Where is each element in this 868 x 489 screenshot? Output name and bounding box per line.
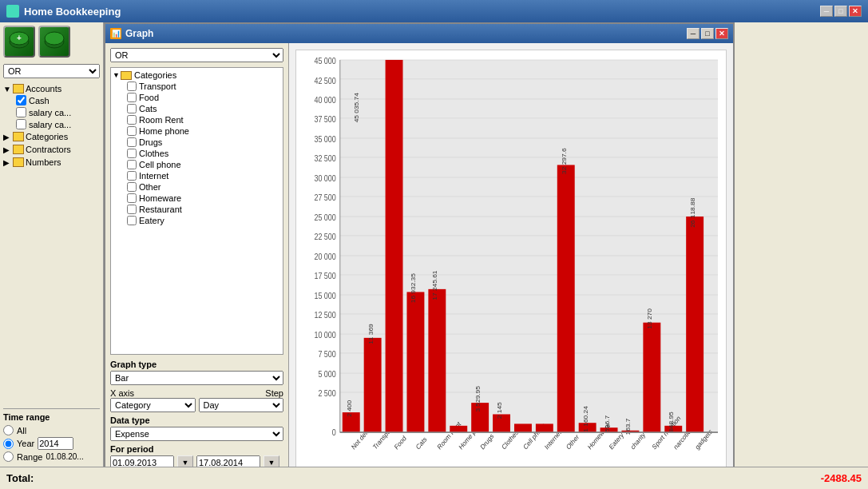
salary1-item[interactable]: salary ca... — [16, 106, 100, 118]
cat-homeware-cb[interactable] — [127, 193, 137, 203]
svg-text:32 297.6: 32 297.6 — [561, 148, 567, 174]
dialog-filter-row: OR — [110, 48, 283, 62]
cat-other[interactable]: Other — [127, 181, 281, 193]
date-to-input[interactable] — [196, 455, 260, 467]
svg-rect-59 — [450, 426, 467, 432]
app-icon — [6, 5, 19, 18]
dialog-maximize-btn[interactable]: □ — [701, 28, 714, 39]
app-close-btn[interactable]: ✕ — [849, 6, 862, 17]
cat-cell-phone[interactable]: Cell phone — [127, 159, 281, 170]
salary2-item[interactable]: salary ca... — [16, 118, 100, 130]
data-type-select[interactable]: Expense — [110, 427, 283, 441]
cat-homeware-label: Homeware — [139, 193, 181, 203]
period-row: For period ▼ ▼ — [110, 444, 283, 467]
numbers-arrow: ▶ — [3, 158, 13, 167]
dialog-filter-select[interactable]: OR — [110, 48, 283, 62]
numbers-label: Numbers — [26, 157, 61, 167]
sidebar-accounts-item[interactable]: ▼ Accounts — [3, 83, 100, 94]
cat-restaurant[interactable]: Restaurant — [127, 204, 281, 215]
date-to-btn[interactable]: ▼ — [264, 455, 279, 467]
cat-clothes-label: Clothes — [139, 149, 168, 158]
year-radio[interactable] — [3, 439, 14, 449]
all-radio[interactable] — [3, 425, 14, 435]
cat-restaurant-label: Restaurant — [139, 205, 182, 214]
cat-food-cb[interactable] — [127, 93, 137, 102]
dialog-minimize-btn[interactable]: ─ — [687, 28, 700, 39]
category-folder-icon — [121, 71, 132, 80]
cat-restaurant-cb[interactable] — [127, 205, 137, 214]
data-type-row: Data type Expense — [110, 415, 283, 441]
svg-text:42 500: 42 500 — [314, 76, 336, 85]
sidebar-filter-select[interactable]: OR — [3, 64, 100, 78]
date-from-btn[interactable]: ▼ — [177, 455, 193, 467]
category-root[interactable]: ▼ Categories — [113, 70, 281, 81]
cash-label: Cash — [29, 96, 50, 105]
cat-internet-cb[interactable] — [127, 171, 137, 181]
category-root-label: Categories — [134, 70, 176, 80]
cat-transport-cb[interactable] — [127, 82, 137, 91]
sidebar-contractors-item[interactable]: ▶ Contractors — [3, 143, 100, 156]
add-account-icon[interactable]: + — [3, 26, 35, 58]
cat-room-rent[interactable]: Room Rent — [127, 114, 281, 125]
dialog-controls: ─ □ ✕ — [687, 28, 728, 39]
time-range-panel: Time range All Year Range 01.08.20... — [3, 408, 100, 463]
svg-text:25 000: 25 000 — [314, 213, 336, 222]
cat-food[interactable]: Food — [127, 92, 281, 103]
svg-text:11 369: 11 369 — [367, 324, 374, 344]
accounts-icon[interactable] — [38, 26, 70, 58]
sidebar-categories-item[interactable]: ▶ Categories — [3, 130, 100, 143]
cat-cats[interactable]: Cats — [127, 103, 281, 114]
graph-type-select[interactable]: Bar — [110, 371, 283, 385]
range-label: Range — [17, 452, 42, 462]
total-label: Total: — [6, 472, 34, 484]
graph-dialog: 📊 Graph ─ □ ✕ OR — [104, 22, 735, 467]
cat-transport[interactable]: Transport — [127, 81, 281, 92]
cash-item[interactable]: Cash — [16, 94, 100, 106]
numbers-folder-icon — [13, 157, 24, 167]
svg-text:charity: charity — [629, 431, 647, 451]
cat-room-rent-cb[interactable] — [127, 115, 137, 125]
cat-internet[interactable]: Internet — [127, 170, 281, 181]
cat-clothes-cb[interactable] — [127, 149, 137, 158]
step-select[interactable]: Day — [199, 398, 284, 412]
svg-text:17 500: 17 500 — [314, 271, 336, 280]
salary2-checkbox[interactable] — [16, 119, 26, 129]
cat-eatery-cb[interactable] — [127, 216, 137, 225]
app-minimize-btn[interactable]: ─ — [820, 6, 833, 17]
cat-home-phone-cb[interactable] — [127, 126, 137, 136]
svg-text:2 145: 2 145 — [497, 402, 503, 419]
cat-cell-phone-cb[interactable] — [127, 160, 137, 169]
date-from-input[interactable] — [110, 455, 174, 467]
svg-text:Drugs: Drugs — [479, 432, 495, 451]
app-window: Home Bookkeeping ─ □ ✕ + OR — [0, 0, 868, 489]
accounts-children: Cash salary ca... salary ca... — [3, 94, 100, 130]
cat-home-phone[interactable]: Home phone — [127, 125, 281, 137]
cash-checkbox[interactable] — [16, 95, 26, 105]
app-maximize-btn[interactable]: □ — [834, 6, 847, 17]
salary1-checkbox[interactable] — [16, 107, 26, 117]
svg-text:12 500: 12 500 — [314, 310, 336, 320]
dialog-close-btn[interactable]: ✕ — [715, 28, 728, 39]
cat-homeware[interactable]: Homeware — [127, 193, 281, 204]
range-radio[interactable] — [3, 451, 14, 462]
cat-clothes[interactable]: Clothes — [127, 148, 281, 159]
cat-transport-label: Transport — [139, 82, 176, 91]
svg-text:10 000: 10 000 — [314, 330, 336, 340]
svg-rect-89 — [686, 217, 704, 432]
cat-other-cb[interactable] — [127, 182, 137, 192]
year-input[interactable] — [38, 437, 73, 450]
cat-eatery[interactable]: Eatery — [127, 215, 281, 226]
sidebar: + OR ▼ Accounts — [0, 22, 104, 467]
x-axis-label: X axis — [110, 388, 134, 398]
svg-text:0: 0 — [332, 427, 336, 437]
x-axis-select[interactable]: Category — [110, 398, 196, 412]
cat-internet-label: Internet — [139, 171, 168, 181]
svg-text:45 000: 45 000 — [314, 56, 336, 66]
svg-text:5 000: 5 000 — [318, 369, 336, 379]
svg-text:13 270: 13 270 — [647, 308, 653, 329]
dialog-title: Graph — [125, 28, 153, 39]
cat-drugs[interactable]: Drugs — [127, 137, 281, 148]
cat-drugs-cb[interactable] — [127, 137, 137, 147]
cat-cats-cb[interactable] — [127, 104, 137, 113]
sidebar-numbers-item[interactable]: ▶ Numbers — [3, 156, 100, 169]
